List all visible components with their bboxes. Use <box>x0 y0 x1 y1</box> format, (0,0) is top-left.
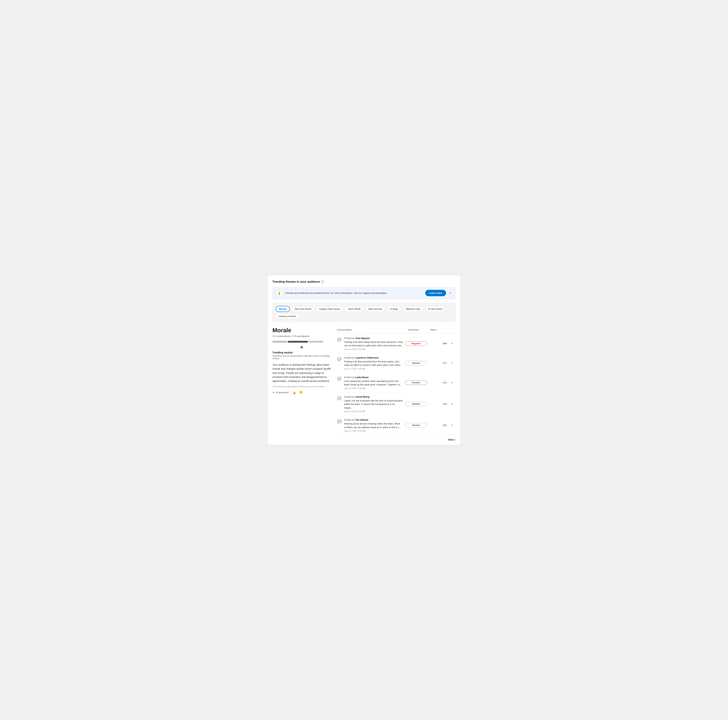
conv-body-1: Posted by Lawrence Gilbertson Feeling a … <box>344 356 404 370</box>
left-panel: Morale 15 conversations • 275 participan… <box>272 327 331 442</box>
bar-positive <box>309 341 323 342</box>
trending-neutral-sub: Sentiment across conversations with this… <box>272 355 331 360</box>
conv-icon-0: 💬 <box>337 337 342 342</box>
banner-close-button[interactable]: × <box>449 290 452 296</box>
next-label: Next <box>448 438 454 441</box>
next-button[interactable]: Next › <box>448 438 456 441</box>
table-row: 💬 Posted by Lawrence Gilbertson Feeling … <box>337 353 456 373</box>
conv-author-3: Posted by Astrid Wong <box>344 396 404 398</box>
info-icon[interactable]: i <box>321 280 324 283</box>
theme-meta: 15 conversations • 275 participants <box>272 335 331 338</box>
page-title-row: Trending themes in your audience i <box>272 280 456 283</box>
ai-bulb-icon: 💡 <box>276 290 283 297</box>
conv-main-3: 💬 Posted by Astrid Wong Lately, I've fel… <box>337 396 404 413</box>
conv-body-2: Posted by Lydia Bauer Love seeing the po… <box>344 376 404 390</box>
conv-icon-4: 💬 <box>337 419 342 424</box>
sort-down-icon[interactable]: ↓ <box>437 329 438 331</box>
tab-data-security[interactable]: Data security <box>365 306 385 312</box>
sentiment-bar <box>272 341 331 342</box>
learn-more-button[interactable]: Learn more <box>425 290 446 296</box>
trend-icon-1[interactable]: ↗ <box>448 362 456 365</box>
page-container: Trending themes in your audience i 💡 The… <box>267 275 461 445</box>
tab-team-offsite[interactable]: Team offsite <box>345 306 364 312</box>
conversations-count: 15 conversations <box>272 335 291 338</box>
tab-supply-chain-issues[interactable]: Supply chain issues <box>316 306 343 312</box>
table-row: 💬 Posted by Astrid Wong Lately, I've fel… <box>337 393 456 416</box>
conv-main-1: 💬 Posted by Lawrence Gilbertson Feeling … <box>337 356 404 370</box>
tab-hacking-incident[interactable]: Hacking incident <box>275 313 299 319</box>
sentiment-badge-1: Neutral <box>405 361 427 365</box>
sentiment-badge-2: Positive <box>405 381 427 385</box>
conv-text-4: Noticing some tension brewing within the… <box>344 422 404 429</box>
views-count-4: 352 <box>428 424 447 427</box>
views-count-0: 589 <box>428 342 447 345</box>
views-count-1: 477 <box>428 362 447 364</box>
conv-icon-1: 💬 <box>337 357 342 362</box>
col-sentiment-label: Sentiment <box>408 329 430 331</box>
col-conversations-label: Conversations <box>337 329 408 331</box>
conv-text-0: Feeling a bit down lately about the team… <box>344 340 404 347</box>
tab-ai-bugs[interactable]: AI Bugs <box>387 306 401 312</box>
conv-author-4: Posted by Tim Deboer <box>344 419 404 421</box>
views-count-2: 413 <box>428 381 447 384</box>
conv-date-3: June 14, 2023, 9:34 AM <box>344 410 404 413</box>
chevron-right-icon: › <box>455 438 456 441</box>
table-header: Conversations Sentiment Views ↓ <box>337 327 456 333</box>
triangle-icon <box>300 345 303 348</box>
ai-generated-label: AI-generated <box>276 391 288 394</box>
conv-main-2: 💬 Posted by Lydia Bauer Love seeing the … <box>337 376 404 390</box>
trend-icon-2[interactable]: ↗ <box>448 381 456 384</box>
theme-title: Morale <box>272 327 331 334</box>
ai-banner: 💡 Themes and sentiment are powered by AI… <box>272 287 456 299</box>
conv-body-4: Posted by Tim Deboer Noticing some tensi… <box>344 419 404 432</box>
tab-year-end-results[interactable]: Year end results <box>291 306 315 312</box>
sparkle-icon: ✦ <box>272 391 275 394</box>
main-content: Morale 15 conversations • 275 participan… <box>272 327 456 442</box>
table-row: 💬 Posted by Amy Nguyen Feeling a bit dow… <box>337 334 456 353</box>
conv-text-3: Lately, I've felt frustrated with the la… <box>344 399 404 410</box>
conv-author-1: Posted by Lawrence Gilbertson <box>344 356 404 359</box>
conv-icon-2: 💬 <box>337 376 342 381</box>
conv-body-3: Posted by Astrid Wong Lately, I've felt … <box>344 396 404 413</box>
conv-date-2: June 14, 2023, 9:34 AM <box>344 387 404 390</box>
sentiment-badge-4: Neutral <box>405 423 427 427</box>
conv-main-4: 💬 Posted by Tim Deboer Noticing some ten… <box>337 419 404 432</box>
feedback-icons: 👍 👎 <box>292 390 303 395</box>
thumbs-down-button[interactable]: 👎 <box>298 390 303 395</box>
table-row: 💬 Posted by Tim Deboer Noticing some ten… <box>337 416 456 435</box>
views-count-3: 376 <box>428 403 447 405</box>
right-panel: Conversations Sentiment Views ↓ 💬 Posted… <box>337 327 456 442</box>
sentiment-badge-3: Neutral <box>405 402 427 406</box>
sentiment-badge-0: Negative <box>405 341 427 346</box>
themes-tabs: MoraleYear end resultsSupply chain issue… <box>272 303 456 322</box>
tab-ai-job-impact[interactable]: AI Job Impact <box>425 306 445 312</box>
trend-icon-0[interactable]: ↗ <box>448 342 456 345</box>
sentiment-indicator <box>272 345 331 349</box>
ai-disclaimer: The summary is generated by AI and may n… <box>272 385 331 388</box>
summary-text: Your audience is sharing their feelings … <box>272 363 331 383</box>
bar-negative <box>272 341 287 342</box>
conv-date-1: June 14, 2023, 9:34 AM <box>344 368 404 370</box>
conv-text-2: Love seeing the positive vibes spreading… <box>344 379 404 387</box>
conv-icon-3: 💬 <box>337 396 342 401</box>
tab-morale[interactable]: Morale <box>275 306 290 312</box>
trend-icon-4[interactable]: ↗ <box>448 424 456 427</box>
page-title: Trending themes in your audience <box>272 280 320 283</box>
participants-count: 275 participants <box>292 335 309 338</box>
conv-date-4: June 14, 2023, 9:34 AM <box>344 430 404 432</box>
trending-neutral-title: Trending neutral <box>272 351 331 354</box>
trend-icon-3[interactable]: ↗ <box>448 403 456 405</box>
conv-author-0: Posted by Amy Nguyen <box>344 337 404 339</box>
conv-text-1: Feeling a bit disconnected from the team… <box>344 360 404 367</box>
conv-body-0: Posted by Amy Nguyen Feeling a bit down … <box>344 337 404 350</box>
conv-date-0: June 14, 2023, 9:34 AM <box>344 348 404 350</box>
table-row: 💬 Posted by Lydia Bauer Love seeing the … <box>337 373 456 393</box>
banner-text: Themes and sentiment are powered by AI. … <box>285 292 423 294</box>
pagination-row: Next › <box>337 435 456 441</box>
bar-neutral <box>288 341 308 342</box>
tab-wellness-day[interactable]: Wellness Day <box>403 306 424 312</box>
col-views-label: Views ↓ <box>430 329 448 331</box>
conv-author-2: Posted by Lydia Bauer <box>344 376 404 379</box>
thumbs-up-button[interactable]: 👍 <box>292 390 297 395</box>
ai-generated-badge: ✦ AI-generated <box>272 391 288 394</box>
